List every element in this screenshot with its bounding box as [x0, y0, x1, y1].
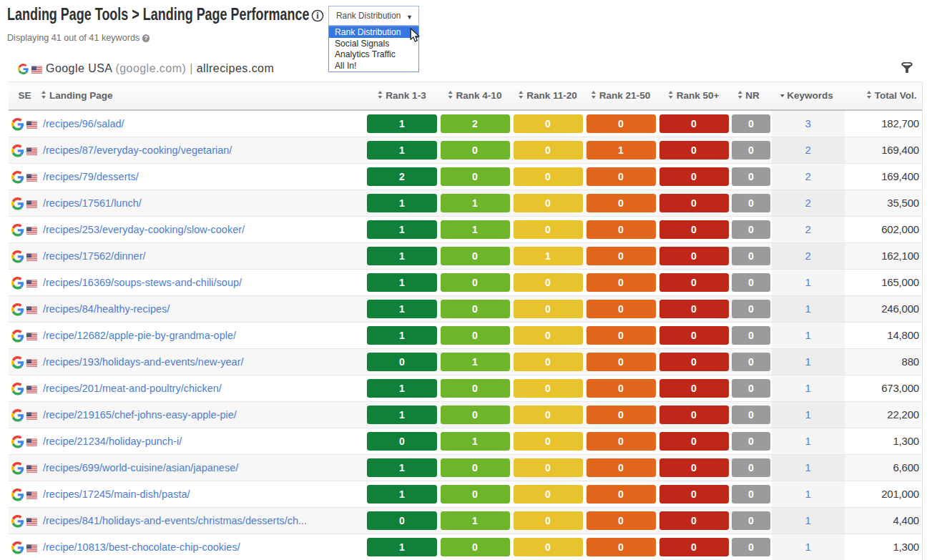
svg-text:i: i [316, 11, 319, 21]
